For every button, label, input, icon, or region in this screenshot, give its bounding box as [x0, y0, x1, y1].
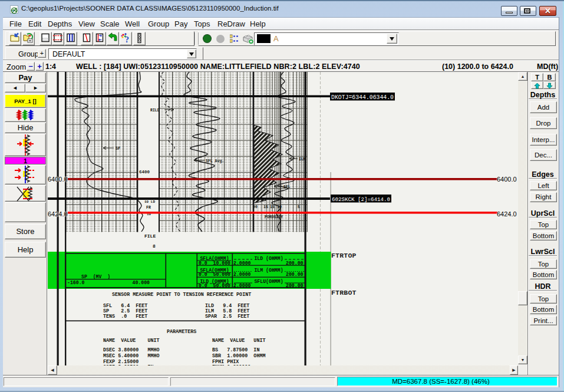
svg-text:15: 15 — [263, 205, 268, 209]
svg-text:2.0000: 2.0000 — [233, 272, 251, 277]
svg-text:8: 8 — [153, 243, 156, 249]
svg-text:DSEC 3.80000 MMHO: DSEC 3.80000 MMHO — [103, 347, 160, 353]
svg-text:0.0: 0.0 — [199, 261, 207, 266]
svg-text:00: 00 — [253, 205, 258, 209]
svg-text:NAME VALUE UNIT: NAME VALUE UNIT — [103, 338, 160, 344]
svg-text:FTRTOP: FTRTOP — [331, 252, 357, 259]
svg-text:SFL Avg.: SFL Avg. — [206, 159, 224, 163]
svg-text:15: 15 — [270, 205, 275, 209]
svg-text:SP: SP — [116, 147, 120, 151]
svg-text:10: 10 — [277, 205, 282, 209]
svg-text:6400.0: 6400.0 — [497, 176, 517, 183]
svg-text:SPAR 2.5 FEET: SPAR 2.5 FEET — [205, 314, 249, 319]
svg-text:BS 7.87500 IN: BS 7.87500 IN — [212, 347, 259, 353]
svg-text:6400.0: 6400.0 — [48, 176, 68, 183]
svg-text:MSEC 5.40000 MMHO: MSEC 5.40000 MMHO — [103, 353, 160, 359]
svg-text:6424.0: 6424.0 — [48, 210, 68, 218]
svg-text:200.00: 200.00 — [286, 261, 304, 266]
svg-text:FTRBOT: FTRBOT — [331, 289, 357, 297]
svg-text:ILM: ILM — [299, 157, 306, 162]
svg-text:SENSOR MEASURE POINT TO TENSIO: SENSOR MEASURE POINT TO TENSION REFERENC… — [112, 292, 251, 298]
svg-text:FPHI PHIX: FPHI PHIX — [212, 359, 239, 365]
svg-text:FR: FR — [146, 206, 151, 210]
svg-text:200.00: 200.00 — [286, 283, 304, 288]
svg-text:ILM (OHMM): ILM (OHMM) — [254, 268, 283, 273]
svg-text:SP (MV ): SP (MV ) — [81, 274, 110, 279]
svg-text:2.0000: 2.0000 — [233, 261, 251, 266]
svg-text:SBR 1.00000 OHMM: SBR 1.00000 OHMM — [212, 353, 265, 359]
svg-text:5: 5 — [298, 205, 300, 209]
svg-text:6400: 6400 — [139, 170, 150, 174]
svg-text:TENS .0 FEET: TENS .0 FEET — [103, 314, 147, 319]
svg-text:-160.0: -160.0 — [67, 280, 85, 285]
svg-text:6424.0: 6424.0 — [497, 210, 517, 218]
svg-text:602SKCK [2]=6414.0: 602SKCK [2]=6414.0 — [332, 196, 390, 203]
svg-text:?: ? — [125, 35, 129, 44]
svg-text:NAME VALUE UNIT: NAME VALUE UNIT — [212, 338, 265, 344]
svg-text:40.000: 40.000 — [133, 280, 150, 285]
svg-text:FEXP 2.15000: FEXP 2.15000 — [103, 359, 138, 365]
svg-text:200.00: 200.00 — [286, 272, 304, 277]
svg-text:SFL: SFL — [283, 185, 291, 189]
svg-text:POROSITY: POROSITY — [265, 215, 283, 219]
svg-text:SFLU(OHMM): SFLU(OHMM) — [254, 279, 283, 284]
svg-text:PARAMETERS: PARAMETERS — [167, 329, 196, 335]
svg-text:FILE: FILE — [144, 233, 156, 239]
svg-text:RILD: RILD — [150, 108, 160, 113]
svg-text:10 LD: 10 LD — [144, 200, 155, 204]
svg-text:DKOTJ=6344.06344.0: DKOTJ=6344.06344.0 — [331, 94, 394, 101]
svg-text:2.0000: 2.0000 — [233, 283, 251, 288]
svg-text:ILD (OHMM): ILD (OHMM) — [254, 256, 283, 261]
svg-text:10.000: 10.000 — [213, 261, 231, 266]
